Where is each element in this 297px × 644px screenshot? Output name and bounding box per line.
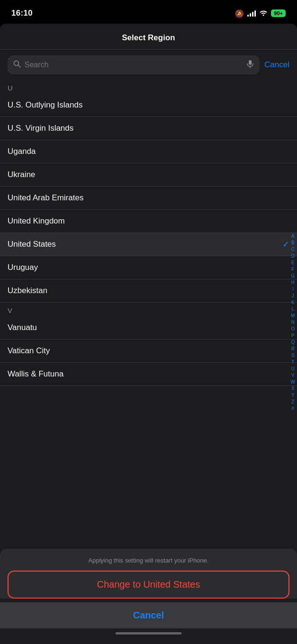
svg-line-1	[18, 65, 21, 68]
alpha-k[interactable]: K	[291, 299, 295, 305]
svg-rect-2	[249, 60, 252, 65]
alpha-u[interactable]: U	[291, 366, 295, 372]
alpha-d[interactable]: D	[291, 253, 295, 259]
alpha-w[interactable]: W	[291, 379, 295, 385]
list-item[interactable]: United Arab Emirates	[0, 187, 297, 210]
home-indicator	[0, 628, 297, 644]
alpha-v[interactable]: V	[291, 372, 295, 378]
action-sheet-message: Applying this setting will restart your …	[8, 556, 289, 571]
alpha-m[interactable]: M	[291, 313, 295, 319]
alpha-b[interactable]: B	[291, 240, 295, 246]
section-header-v: V	[0, 303, 297, 316]
alpha-r[interactable]: R	[291, 346, 295, 352]
search-input[interactable]	[25, 61, 243, 69]
bell-icon: 🔕	[235, 9, 244, 18]
list-item[interactable]: Uzbekistan	[0, 279, 297, 303]
action-sheet-overlay: Applying this setting will restart your …	[0, 549, 297, 644]
section-header-u: U	[0, 80, 297, 94]
alpha-a[interactable]: A	[291, 233, 295, 239]
change-to-united-states-button[interactable]: Change to United States	[8, 571, 289, 599]
search-icon	[13, 60, 21, 70]
mic-icon	[246, 60, 254, 70]
status-icons: 🔕 90+	[235, 9, 286, 18]
wallis-item[interactable]: Wallis & Futuna	[0, 363, 297, 386]
list-item[interactable]: Vatican City	[0, 340, 297, 363]
alpha-e[interactable]: E	[291, 259, 295, 266]
action-sheet: Applying this setting will restart your …	[0, 549, 297, 599]
action-sheet-cancel-button[interactable]: Cancel	[0, 602, 297, 628]
signal-bars	[247, 10, 256, 17]
alpha-x[interactable]: X	[291, 385, 295, 392]
alpha-z[interactable]: Z	[291, 399, 294, 405]
wifi-icon	[259, 9, 268, 18]
alpha-f[interactable]: F	[291, 266, 294, 272]
alpha-s[interactable]: S	[291, 352, 295, 358]
select-region-sheet: Select Region Cancel U U.S. Outlying I	[0, 24, 297, 644]
search-bar-container: Cancel	[0, 50, 297, 80]
alpha-i[interactable]: I	[292, 286, 294, 292]
alpha-j[interactable]: J	[292, 293, 294, 299]
list-item[interactable]: Ukraine	[0, 163, 297, 187]
alpha-l[interactable]: L	[291, 306, 294, 312]
alpha-n[interactable]: N	[291, 319, 295, 325]
search-bar[interactable]	[8, 55, 260, 74]
sheet-header: Select Region	[0, 24, 297, 50]
alpha-y[interactable]: Y	[291, 392, 295, 398]
alpha-t[interactable]: T	[291, 359, 294, 365]
list-item-selected[interactable]: United States	[0, 233, 297, 256]
status-time: 16:10	[11, 9, 33, 18]
alphabet-index[interactable]: A B C D E F G H I J K L M N O P Q R S T …	[291, 233, 295, 411]
alpha-hash[interactable]: #	[291, 405, 294, 411]
list-item[interactable]: U.S. Outlying Islands	[0, 94, 297, 117]
alpha-g[interactable]: G	[291, 273, 295, 279]
list-item[interactable]: United Kingdom	[0, 210, 297, 233]
alpha-h[interactable]: H	[291, 279, 295, 286]
search-cancel-button[interactable]: Cancel	[264, 60, 289, 70]
list-item[interactable]: Uganda	[0, 140, 297, 163]
alpha-p[interactable]: P	[291, 332, 295, 339]
list-item[interactable]: Uruguay	[0, 256, 297, 279]
alpha-o[interactable]: O	[291, 326, 295, 332]
home-bar	[115, 632, 182, 635]
alpha-q[interactable]: Q	[291, 339, 295, 345]
battery-badge: 90+	[271, 9, 286, 17]
status-bar: 16:10 🔕 90+	[0, 0, 297, 24]
sheet-title: Select Region	[122, 33, 175, 42]
list-item[interactable]: U.S. Virgin Islands	[0, 117, 297, 140]
list-item[interactable]: Vanuatu	[0, 316, 297, 340]
alpha-c[interactable]: C	[291, 246, 295, 252]
